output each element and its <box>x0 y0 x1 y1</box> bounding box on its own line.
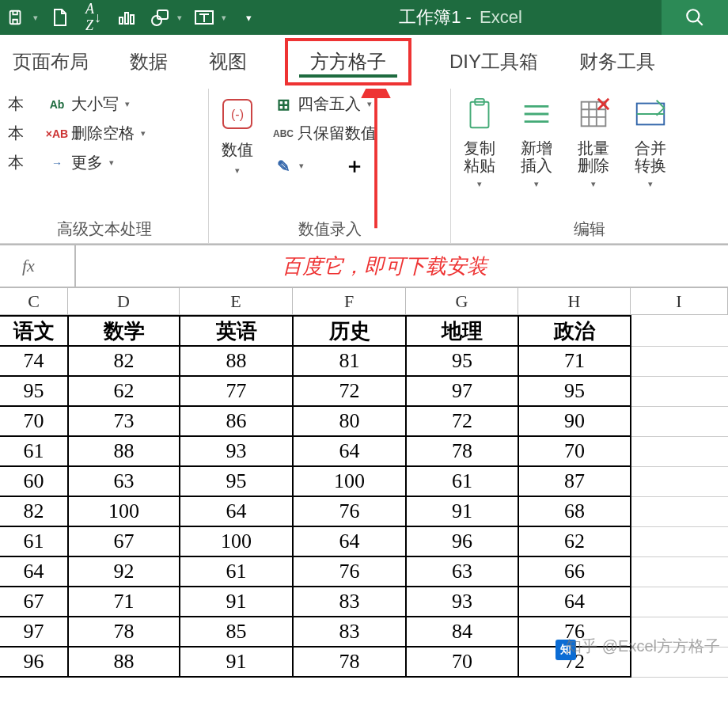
cell[interactable]: 66 <box>518 556 631 587</box>
table-row[interactable]: 6167100649662 <box>0 526 728 556</box>
dropdown-icon[interactable]: ▾ <box>177 13 182 23</box>
cell[interactable]: 67 <box>0 587 68 617</box>
cell[interactable]: 62 <box>68 376 180 406</box>
cell[interactable]: 88 <box>180 346 293 376</box>
cell[interactable]: 91 <box>406 496 518 526</box>
cell[interactable]: 87 <box>518 466 631 496</box>
edit-cmd-0[interactable]: 复制粘贴▾ <box>459 93 500 189</box>
cell[interactable]: 78 <box>68 617 180 647</box>
cell[interactable]: 85 <box>180 617 293 647</box>
col-header-H[interactable]: H <box>518 288 631 315</box>
table-row[interactable]: 748288819571 <box>0 346 728 376</box>
cell[interactable]: 96 <box>0 647 68 677</box>
cell[interactable]: 68 <box>518 496 631 526</box>
cell[interactable]: 93 <box>406 587 518 617</box>
fx-label[interactable]: fx <box>0 245 76 287</box>
table-row[interactable]: 649261766366 <box>0 556 728 587</box>
cell[interactable]: 100 <box>180 526 293 556</box>
cell[interactable]: 95 <box>406 346 518 376</box>
col-header-I[interactable]: I <box>631 288 728 315</box>
cell[interactable]: 71 <box>68 587 180 617</box>
cell[interactable]: 64 <box>293 526 406 556</box>
cell[interactable]: 71 <box>518 346 631 376</box>
cell[interactable]: 86 <box>180 406 293 436</box>
cell[interactable]: 83 <box>293 587 406 617</box>
dropdown-icon[interactable]: ▾ <box>299 161 304 171</box>
data-grid[interactable]: 语文数学英语历史地理政治7482888195719562777297957073… <box>0 315 728 678</box>
table-row[interactable]: 6063951006187 <box>0 466 728 496</box>
cell[interactable]: 95 <box>0 376 68 406</box>
dropdown-icon[interactable]: ▾ <box>33 13 38 23</box>
tab-1[interactable]: 数据 <box>127 44 171 79</box>
cell[interactable]: 83 <box>293 617 406 647</box>
text-cmd-1[interactable]: 本 ×AB删除空格▾ <box>8 123 200 144</box>
table-row[interactable]: 8210064769168 <box>0 496 728 526</box>
formula-input[interactable]: 百度它，即可下载安装 <box>76 253 728 280</box>
cell[interactable]: 78 <box>293 647 406 677</box>
cell[interactable]: 60 <box>0 466 68 496</box>
cell[interactable]: 96 <box>406 526 518 556</box>
cell[interactable]: 63 <box>68 466 180 496</box>
cell[interactable]: 67 <box>68 526 180 556</box>
cell[interactable]: 88 <box>68 647 180 677</box>
qat-new[interactable] <box>49 6 71 28</box>
tab-4[interactable]: DIY工具箱 <box>446 44 541 79</box>
cell[interactable]: 64 <box>518 587 631 617</box>
header-cell[interactable]: 历史 <box>293 316 406 346</box>
qat-shapes[interactable] <box>149 6 171 28</box>
col-header-C[interactable]: C <box>0 288 68 315</box>
table-row[interactable]: 707386807290 <box>0 406 728 436</box>
round-cmd[interactable]: ⊞四舍五入▾ <box>274 93 377 115</box>
col-header-D[interactable]: D <box>68 288 180 315</box>
cell[interactable]: 80 <box>293 406 406 436</box>
tab-0[interactable]: 页面布局 <box>9 44 92 79</box>
cell[interactable]: 97 <box>406 376 518 406</box>
cell[interactable]: 72 <box>406 406 518 436</box>
cell[interactable]: 70 <box>518 436 631 466</box>
cell[interactable]: 76 <box>293 496 406 526</box>
cell[interactable]: 61 <box>0 526 68 556</box>
keepnum-cmd[interactable]: ABC只保留数值 <box>274 123 377 144</box>
edit-cmd-1[interactable]: 新增插入▾ <box>516 93 557 189</box>
qat-sort[interactable]: AZ↓ <box>82 6 104 28</box>
dropdown-icon[interactable]: ▾ <box>222 13 226 23</box>
qat-chart[interactable] <box>116 6 138 28</box>
cell[interactable]: 100 <box>293 466 406 496</box>
header-cell[interactable]: 数学 <box>68 316 180 346</box>
table-row[interactable]: 956277729795 <box>0 376 728 406</box>
cell[interactable]: 97 <box>0 617 68 647</box>
col-header-G[interactable]: G <box>406 288 518 315</box>
qat-overflow[interactable]: ▾ <box>237 6 260 28</box>
edit-cmd-2[interactable]: 批量删除▾ <box>573 93 614 189</box>
cell[interactable]: 63 <box>406 556 518 587</box>
cell[interactable]: 76 <box>293 556 406 587</box>
cell[interactable]: 84 <box>406 617 518 647</box>
cell[interactable]: 88 <box>68 436 180 466</box>
cell[interactable]: 73 <box>68 406 180 436</box>
cell[interactable]: 95 <box>518 376 631 406</box>
text-cmd-0[interactable]: 本 Ab大小写▾ <box>8 93 200 115</box>
cell[interactable]: 61 <box>0 436 68 466</box>
col-header-E[interactable]: E <box>180 288 293 315</box>
text-cmd-2[interactable]: 本 →更多▾ <box>8 152 200 173</box>
cell[interactable]: 78 <box>406 436 518 466</box>
edit-icon[interactable]: ✎ <box>274 157 293 176</box>
cell[interactable]: 62 <box>518 526 631 556</box>
qat-textbox[interactable] <box>193 6 215 28</box>
table-row[interactable]: 677191839364 <box>0 587 728 617</box>
tab-2[interactable]: 视图 <box>206 44 250 79</box>
cell[interactable]: 74 <box>0 346 68 376</box>
col-header-F[interactable]: F <box>293 288 406 315</box>
cell[interactable]: 100 <box>68 496 180 526</box>
header-cell[interactable]: 地理 <box>406 316 518 346</box>
cell[interactable]: 95 <box>180 466 293 496</box>
header-cell[interactable]: 语文 <box>0 316 68 346</box>
cell[interactable]: 82 <box>0 496 68 526</box>
tab-3[interactable]: 方方格子 <box>285 38 411 85</box>
cell[interactable]: 91 <box>180 587 293 617</box>
cell[interactable]: 64 <box>0 556 68 587</box>
cell[interactable]: 90 <box>518 406 631 436</box>
tab-5[interactable]: 财务工具 <box>576 44 658 79</box>
edit-cmd-3[interactable]: 合并转换▾ <box>630 93 671 189</box>
header-cell[interactable]: 英语 <box>180 316 293 346</box>
